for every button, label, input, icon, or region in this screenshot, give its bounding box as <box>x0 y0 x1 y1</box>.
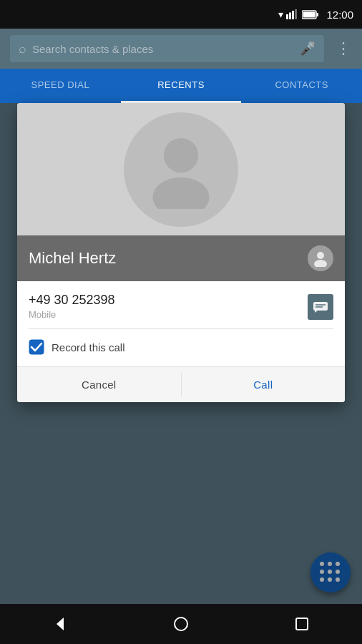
wifi-icon: ▾ <box>278 9 283 20</box>
home-icon <box>173 616 189 632</box>
svg-rect-18 <box>296 618 308 630</box>
signal-icon <box>286 9 299 19</box>
svg-marker-14 <box>315 311 318 313</box>
search-bar: ⌕ Search contacts & places 🎤 ⋮ <box>0 29 362 69</box>
search-placeholder: Search contacts & places <box>32 43 294 55</box>
svg-point-9 <box>317 252 324 259</box>
svg-rect-0 <box>286 14 288 19</box>
more-options-icon[interactable]: ⋮ <box>336 39 352 58</box>
record-label: Record this call <box>52 341 125 353</box>
cancel-button[interactable]: Cancel <box>17 367 181 402</box>
sms-icon <box>313 301 328 313</box>
phone-number: +49 30 252398 <box>29 293 308 308</box>
contact-name: Michel Hertz <box>29 249 116 268</box>
avatar-silhouette <box>142 130 220 209</box>
phone-area: +49 30 252398 Mobile <box>17 281 345 320</box>
avatar-icon-small <box>312 250 329 267</box>
status-bar: ▾ 12:00 <box>0 0 362 29</box>
nav-bar <box>0 604 362 644</box>
back-button[interactable] <box>52 616 68 632</box>
tab-contacts[interactable]: CONTACTS <box>241 69 362 103</box>
search-input-area[interactable]: ⌕ Search contacts & places 🎤 <box>10 35 324 62</box>
phone-type: Mobile <box>29 309 308 320</box>
recents-icon <box>294 616 310 632</box>
svg-marker-16 <box>57 618 64 630</box>
svg-rect-2 <box>292 11 294 19</box>
tab-bar: SPEED DIAL RECENTS CONTACTS <box>0 69 362 103</box>
call-dialog: Michel Hertz +49 30 252398 Mobile <box>17 103 345 402</box>
search-icon: ⌕ <box>19 42 26 57</box>
contact-name-bar: Michel Hertz <box>17 235 345 281</box>
record-checkbox[interactable] <box>29 339 44 355</box>
status-icons: ▾ 12:00 <box>278 9 353 21</box>
status-time: 12:00 <box>326 9 353 21</box>
home-button[interactable] <box>173 616 189 632</box>
dialog-actions: Cancel Call <box>17 366 345 402</box>
contact-image-area <box>17 103 345 235</box>
svg-rect-11 <box>313 302 328 311</box>
svg-point-7 <box>164 138 198 172</box>
svg-point-10 <box>314 260 327 267</box>
svg-point-8 <box>152 177 209 209</box>
phone-details: +49 30 252398 Mobile <box>29 293 308 320</box>
svg-rect-1 <box>289 13 291 20</box>
svg-rect-5 <box>317 13 319 16</box>
tab-recents[interactable]: RECENTS <box>121 69 242 103</box>
tab-speed-dial[interactable]: SPEED DIAL <box>0 69 121 103</box>
contact-avatar-small <box>308 245 333 271</box>
content-area: Michel Hertz +49 30 252398 Mobile <box>0 103 362 604</box>
call-button[interactable]: Call <box>182 367 346 402</box>
contact-avatar-large <box>124 112 238 227</box>
svg-rect-6 <box>303 11 315 17</box>
message-icon[interactable] <box>308 294 333 320</box>
back-icon <box>52 616 68 632</box>
modal-overlay: Michel Hertz +49 30 252398 Mobile <box>0 103 362 604</box>
battery-icon <box>302 10 319 19</box>
microphone-icon[interactable]: 🎤 <box>300 41 315 57</box>
record-area: Record this call <box>17 329 345 366</box>
svg-point-17 <box>175 618 187 630</box>
recents-button[interactable] <box>294 616 310 632</box>
svg-rect-3 <box>295 9 297 19</box>
